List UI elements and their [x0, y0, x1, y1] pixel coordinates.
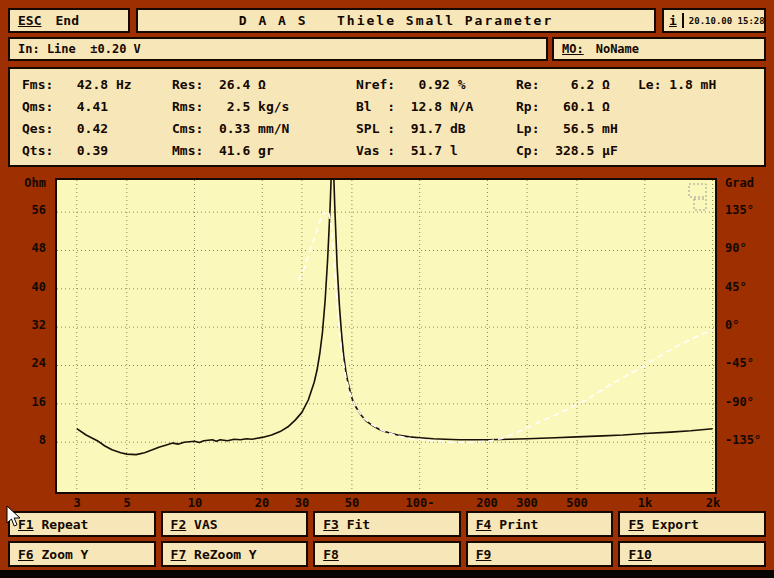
overlay-marker-icon: [689, 184, 706, 197]
y-right-tick-label: -135°: [725, 433, 761, 447]
y-right-tick-label: 135°: [725, 203, 754, 217]
fkey-f9-button[interactable]: F9: [466, 541, 614, 567]
parameter-cell: SPL : 91.7 dB: [356, 118, 516, 140]
y-left-tick-label: 56: [0, 203, 46, 217]
y-left-axis-title: Ohm: [0, 176, 46, 190]
fkey-f1-button[interactable]: F1 Repeat: [8, 511, 156, 537]
fkey-action-label: Zoom Y: [34, 547, 89, 562]
parameter-cell: Cp: 328.5 µF: [516, 140, 638, 162]
mouse-cursor: [6, 505, 24, 529]
y-right-tick-label: -90°: [725, 395, 754, 409]
y-right-tick-label: 45°: [725, 280, 747, 294]
title-text: D A A S Thiele Small Parameter: [239, 13, 553, 28]
plot-svg: [57, 180, 715, 492]
fkey-action-label: Repeat: [34, 517, 89, 532]
parameter-row: Qms: 4.41Rms: 2.5 kg/sBl : 12.8 N/ARp: 6…: [22, 96, 764, 118]
y-left-tick-label: 40: [0, 280, 46, 294]
fkey-label: F10: [628, 547, 651, 562]
x-tick-label: 3: [52, 496, 102, 510]
parameter-cell: Bl : 12.8 N/A: [356, 96, 516, 118]
fkey-label: F6: [18, 547, 34, 562]
y-left-tick-label: 48: [0, 241, 46, 255]
fkey-label: F8: [323, 547, 339, 562]
y-right-axis-title: Grad: [725, 176, 754, 190]
x-tick-label: 10: [170, 496, 220, 510]
parameter-cell: Qts: 0.39: [22, 140, 172, 162]
parameter-row: Fms: 42.8 HzRes: 26.4 ΩNref: 0.92 %Re: 6…: [22, 74, 764, 96]
parameter-cell: Rp: 60.1 Ω: [516, 96, 638, 118]
parameter-cell: Le: 1.8 mH: [638, 74, 764, 96]
parameter-cell: Mms: 41.6 gr: [172, 140, 356, 162]
parameter-cell: [638, 118, 764, 140]
x-tick-label: 50: [327, 496, 377, 510]
datetime-label: 20.10.00 15:28: [689, 16, 765, 26]
fkey-row-1: F1 RepeatF2 VASF3 FitF4 PrintF5 Export: [8, 511, 766, 537]
parameter-cell: Qms: 4.41: [22, 96, 172, 118]
info-datetime-button[interactable]: i 20.10.00 15:28: [662, 8, 766, 33]
info-key-label: i: [669, 13, 677, 28]
fkey-label: F3: [323, 517, 339, 532]
parameter-cell: Nref: 0.92 %: [356, 74, 516, 96]
chart-area: OhmGrad8162432404856135°90°45°0°-45°-90°…: [0, 170, 774, 512]
esc-end-button[interactable]: ESCEnd: [8, 8, 130, 33]
parameter-cell: [638, 96, 764, 118]
fkey-label: F2: [171, 517, 187, 532]
bottom-strip: [0, 570, 774, 578]
input-status: In: Line ±0.20 V: [8, 37, 548, 61]
fkey-f3-button[interactable]: F3 Fit: [313, 511, 461, 537]
fkey-f7-button[interactable]: F7 ReZoom Y: [161, 541, 309, 567]
parameters-panel: Fms: 42.8 HzRes: 26.4 ΩNref: 0.92 %Re: 6…: [8, 67, 766, 167]
parameter-cell: [638, 140, 764, 162]
overlay-marker-icon: [694, 199, 706, 210]
y-left-tick-label: 16: [0, 395, 46, 409]
parameter-cell: Res: 26.4 Ω: [172, 74, 356, 96]
fkey-f4-button[interactable]: F4 Print: [466, 511, 614, 537]
parameter-cell: Qes: 0.42: [22, 118, 172, 140]
fkey-f6-button[interactable]: F6 Zoom Y: [8, 541, 156, 567]
y-right-tick-label: 0°: [725, 318, 739, 332]
y-left-tick-label: 32: [0, 318, 46, 332]
fkey-label: F7: [171, 547, 187, 562]
x-tick-label: 1k: [620, 496, 670, 510]
x-tick-label: 5: [102, 496, 152, 510]
parameter-cell: Lp: 56.5 mH: [516, 118, 638, 140]
x-tick-label: 100-: [395, 496, 445, 510]
status-bar: In: Line ±0.20 V MO: NoName: [8, 37, 766, 61]
model-name-label: NoName: [596, 42, 639, 56]
fkey-row-2: F6 Zoom YF7 ReZoom YF8F9F10: [8, 541, 766, 567]
parameter-row: Qts: 0.39Mms: 41.6 grVas : 51.7 lCp: 328…: [22, 140, 764, 162]
model-selector[interactable]: MO: NoName: [552, 37, 766, 61]
x-tick-label: 300: [502, 496, 552, 510]
impedance-phase-plot[interactable]: [55, 178, 717, 494]
cursor-arrow-icon: [7, 506, 20, 526]
y-right-tick-label: 90°: [725, 241, 747, 255]
parameter-row: Qes: 0.42Cms: 0.33 mm/NSPL : 91.7 dBLp: …: [22, 118, 764, 140]
x-tick-label: 30: [277, 496, 327, 510]
fkey-action-label: ReZoom Y: [186, 547, 256, 562]
fkey-f5-button[interactable]: F5 Export: [618, 511, 766, 537]
y-left-tick-label: 24: [0, 356, 46, 370]
fkey-action-label: Export: [644, 517, 699, 532]
window-title: D A A S Thiele Small Parameter: [136, 8, 656, 33]
fkey-label: F4: [476, 517, 492, 532]
parameter-cell: Re: 6.2 Ω: [516, 74, 638, 96]
model-key-label: MO:: [562, 42, 584, 56]
esc-action-label: End: [55, 13, 78, 28]
y-left-tick-label: 8: [0, 433, 46, 447]
impedance-curve: [77, 180, 713, 455]
x-tick-label: 2k: [688, 496, 738, 510]
parameter-cell: Vas : 51.7 l: [356, 140, 516, 162]
fkey-label: F9: [476, 547, 492, 562]
fkey-f2-button[interactable]: F2 VAS: [161, 511, 309, 537]
fkey-action-label: Fit: [339, 517, 370, 532]
fkey-action-label: Print: [491, 517, 538, 532]
fkey-action-label: VAS: [186, 517, 217, 532]
fkey-label: F5: [628, 517, 644, 532]
fkey-f10-button[interactable]: F10: [618, 541, 766, 567]
parameter-cell: Cms: 0.33 mm/N: [172, 118, 356, 140]
phase-curve: [299, 212, 326, 280]
esc-key-label: ESC: [18, 13, 41, 28]
title-bar: ESCEnd D A A S Thiele Small Parameter i …: [8, 8, 766, 33]
fkey-f8-button[interactable]: F8: [313, 541, 461, 567]
info-divider: [682, 13, 684, 28]
